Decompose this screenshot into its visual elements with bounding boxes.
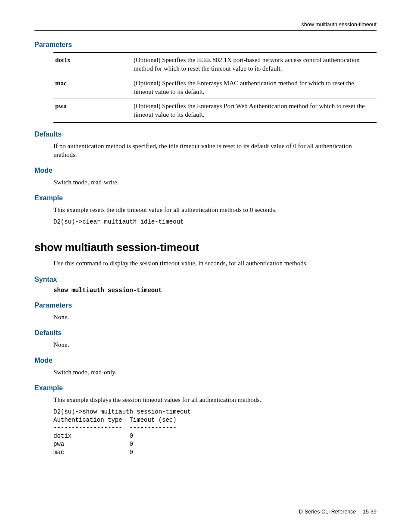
parameters-heading-2: Parameters bbox=[34, 302, 377, 309]
param-name: pwa bbox=[53, 99, 132, 122]
param-name: dot1x bbox=[53, 53, 132, 76]
defaults-heading: Defaults bbox=[34, 131, 377, 138]
defaults-text: If no authentication method is specified… bbox=[53, 142, 377, 159]
defaults-heading-2: Defaults bbox=[34, 329, 377, 337]
footer-doc-title: D-Series CLI Reference bbox=[299, 509, 356, 515]
defaults-body: If no authentication method is specified… bbox=[53, 142, 377, 159]
table-row: dot1x (Optional) Specifies the IEEE 802.… bbox=[53, 53, 377, 76]
page: show multiauth session-timeout Parameter… bbox=[0, 0, 411, 532]
param-desc: (Optional) Specifies the Enterasys Port … bbox=[132, 99, 377, 122]
parameters-table: dot1x (Optional) Specifies the IEEE 802.… bbox=[53, 52, 377, 123]
example-text-2: This example displays the session timeou… bbox=[53, 395, 377, 404]
parameters-heading: Parameters bbox=[34, 41, 377, 49]
param-name: mac bbox=[53, 76, 132, 99]
mode-heading: Mode bbox=[34, 167, 377, 174]
table-row: pwa (Optional) Specifies the Enterasys P… bbox=[53, 99, 377, 122]
example-body-2: This example displays the session timeou… bbox=[53, 395, 377, 457]
mode-body: Switch mode, read-write. bbox=[53, 178, 377, 187]
mode-body-2: Switch mode, read-only. bbox=[53, 368, 377, 376]
mode-text: Switch mode, read-write. bbox=[53, 178, 377, 187]
defaults-text-2: None. bbox=[53, 340, 377, 349]
example-heading-2: Example bbox=[34, 384, 377, 392]
intro-text: Use this command to display the session … bbox=[53, 259, 377, 268]
param-desc: (Optional) Specifies the IEEE 802.1X por… bbox=[132, 53, 377, 76]
parameters-body-2: None. bbox=[53, 313, 377, 321]
mode-text-2: Switch mode, read-only. bbox=[53, 368, 377, 376]
parameters-text-2: None. bbox=[53, 313, 377, 321]
mode-heading-2: Mode bbox=[34, 357, 377, 364]
syntax-heading: Syntax bbox=[34, 276, 377, 283]
example-code-2: D2(su)->show multiauth session-timeout A… bbox=[53, 408, 377, 457]
example-heading: Example bbox=[34, 194, 377, 202]
footer-page-number: 15-39 bbox=[363, 509, 377, 515]
example-code: D2(su)->clear multiauth idle-timeout bbox=[53, 218, 377, 226]
header-rule bbox=[34, 30, 377, 31]
param-desc: (Optional) Specifies the Enterasys MAC a… bbox=[132, 76, 377, 99]
syntax-body: show multiauth session-timeout bbox=[53, 287, 377, 294]
intro-body: Use this command to display the session … bbox=[53, 259, 377, 268]
page-footer: D-Series CLI Reference 15-39 bbox=[299, 509, 377, 515]
example-body: This example resets the idle timeout val… bbox=[53, 205, 377, 226]
table-row: mac (Optional) Specifies the Enterasys M… bbox=[53, 76, 377, 99]
command-title: show multiauth session-timeout bbox=[34, 241, 377, 254]
syntax-code: show multiauth session-timeout bbox=[53, 287, 377, 294]
running-header: show multiauth session-timeout bbox=[34, 22, 377, 28]
parameters-table-wrap: dot1x (Optional) Specifies the IEEE 802.… bbox=[53, 52, 377, 123]
defaults-body-2: None. bbox=[53, 340, 377, 349]
example-text: This example resets the idle timeout val… bbox=[53, 205, 377, 214]
